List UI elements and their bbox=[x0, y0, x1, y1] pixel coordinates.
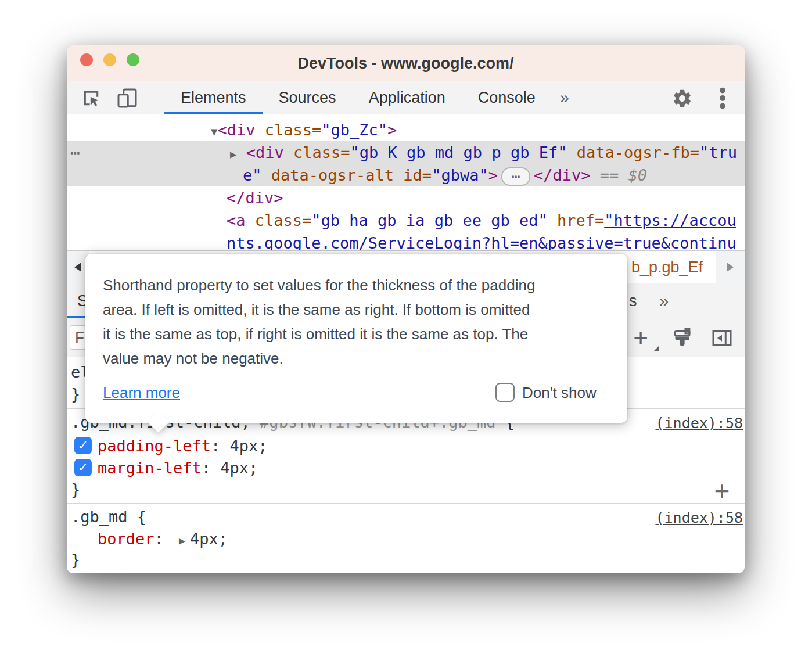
tab-elements[interactable]: Elements bbox=[164, 81, 263, 114]
href-link-continued[interactable]: nts.google.com/ServiceLogin?hl=en&passiv… bbox=[227, 234, 736, 250]
property-row-margin-left[interactable]: ✓ margin-left: 4px; bbox=[74, 457, 258, 479]
property-value[interactable]: 4px; bbox=[230, 437, 268, 455]
breadcrumb-scroll-right-button[interactable] bbox=[716, 251, 745, 283]
rule1-source-link[interactable]: (index):58 bbox=[655, 412, 743, 434]
inspect-element-icon[interactable] bbox=[80, 87, 103, 110]
new-style-rule-button[interactable]: + bbox=[629, 326, 652, 350]
settings-gear-icon[interactable] bbox=[670, 87, 694, 110]
devtools-window: DevTools - www.google.com/ Elements Sour… bbox=[67, 45, 745, 573]
tab-console[interactable]: Console bbox=[462, 81, 552, 114]
more-tabs-icon[interactable]: » bbox=[552, 81, 577, 114]
rule2-close: } bbox=[71, 549, 80, 571]
device-toolbar-icon[interactable] bbox=[116, 87, 139, 110]
tab-sources[interactable]: Sources bbox=[263, 81, 353, 114]
chevron-right-icon bbox=[727, 263, 734, 272]
more-sidebar-tabs-icon[interactable]: » bbox=[659, 283, 669, 318]
panel-tabs: Elements Sources Application Console » bbox=[164, 81, 577, 114]
expand-arrow-icon[interactable]: ▶ bbox=[230, 148, 236, 160]
rule2-source-link[interactable]: (index):58 bbox=[655, 507, 743, 529]
href-link[interactable]: "https://accou bbox=[604, 211, 736, 229]
tooltip-text: Shorthand property to set values for the… bbox=[103, 273, 610, 371]
expand-shorthand-icon[interactable]: ▶ bbox=[179, 534, 185, 547]
chevron-left-icon bbox=[74, 263, 81, 272]
dont-show-label: Don't show bbox=[522, 384, 597, 402]
rule2-selector[interactable]: .gb_md { bbox=[71, 506, 146, 528]
property-value[interactable]: 4px; bbox=[190, 530, 228, 548]
selected-node-line2[interactable]: e" data-ogsr-alt id="gbwa">⋯</div> == $0 bbox=[243, 164, 647, 186]
learn-more-link[interactable]: Learn more bbox=[103, 384, 180, 402]
selected-node-line1[interactable]: ▶ <div class="gb_K gb_md gb_p gb_Ef" dat… bbox=[230, 141, 737, 164]
tooltip-footer: Learn more Don't show bbox=[103, 383, 610, 406]
long-press-corner-icon bbox=[654, 346, 659, 351]
collapse-arrow-icon[interactable]: ▼ bbox=[211, 125, 217, 138]
property-name[interactable]: padding-left bbox=[98, 437, 211, 455]
property-doc-tooltip: Shorthand property to set values for the… bbox=[85, 254, 627, 423]
kebab-menu-icon[interactable] bbox=[711, 87, 734, 110]
section-divider bbox=[67, 503, 745, 504]
dom-node-close-div[interactable]: </div> bbox=[227, 186, 283, 209]
dom-node-gbzc[interactable]: ▼<div class="gb_Zc"> bbox=[211, 118, 397, 141]
expand-children-pill[interactable]: ⋯ bbox=[501, 167, 530, 186]
property-name[interactable]: border bbox=[98, 530, 155, 548]
breadcrumb-item-selected[interactable]: b_p.gb_Ef bbox=[631, 251, 703, 283]
element-state-brush-icon[interactable] bbox=[671, 326, 694, 350]
main-toolbar: Elements Sources Application Console » bbox=[67, 81, 745, 114]
toolbar-divider bbox=[156, 88, 156, 107]
property-checkbox[interactable]: ✓ bbox=[74, 437, 92, 454]
dont-show-checkbox[interactable] bbox=[495, 383, 515, 402]
property-checkbox[interactable]: ✓ bbox=[74, 459, 92, 476]
window-title: DevTools - www.google.com/ bbox=[67, 45, 745, 81]
toolbar-divider bbox=[657, 88, 657, 107]
property-name[interactable]: margin-left bbox=[98, 459, 202, 477]
dom-node-anchor-wrap[interactable]: nts.google.com/ServiceLogin?hl=en&passiv… bbox=[227, 232, 736, 250]
property-value[interactable]: 4px; bbox=[220, 459, 258, 477]
dom-node-anchor[interactable]: <a class="gb_ha gb_ia gb_ee gb_ed" href=… bbox=[227, 209, 736, 232]
rule1-close: } bbox=[71, 479, 80, 501]
dom-tree: ▼<div class="gb_Zc"> ⋯ ▶ <div class="gb_… bbox=[67, 114, 745, 250]
dock-sidebar-icon[interactable] bbox=[710, 326, 734, 350]
node-overflow-dots[interactable]: ⋯ bbox=[70, 141, 81, 164]
tab-application[interactable]: Application bbox=[353, 81, 462, 114]
tab-partial-label[interactable]: s bbox=[629, 283, 637, 318]
property-row-padding-left[interactable]: ✓ padding-left: 4px; bbox=[74, 434, 268, 457]
property-row-border[interactable]: border: ▶4px; bbox=[98, 528, 228, 550]
add-style-rule-button[interactable]: + bbox=[712, 481, 732, 501]
titlebar: DevTools - www.google.com/ bbox=[67, 45, 745, 82]
element-style-close: } bbox=[71, 383, 80, 405]
